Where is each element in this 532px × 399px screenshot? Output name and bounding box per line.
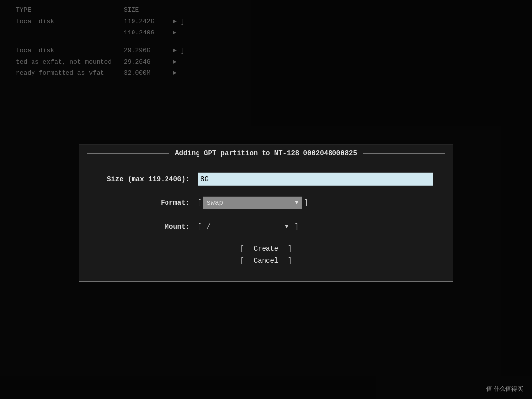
add-partition-dialog: Adding GPT partition to NT-128_000204800… bbox=[79, 145, 453, 282]
size-field-row: Size (max 119.240G): bbox=[99, 173, 433, 186]
format-close-bracket: ] bbox=[304, 199, 308, 207]
create-open-bracket: [ bbox=[240, 245, 244, 253]
cancel-open-bracket: [ bbox=[240, 257, 244, 265]
format-field-row: Format: [ swap ext4 ext3 ext2 btrfs xfs … bbox=[99, 197, 433, 209]
cancel-btn-row: [ Cancel ] bbox=[240, 256, 292, 266]
cancel-close-bracket: ] bbox=[288, 257, 292, 265]
mount-select-container: / /boot /home /var /tmp ▼ bbox=[203, 220, 292, 233]
size-label: Size (max 119.240G): bbox=[99, 175, 198, 183]
mount-field-row: Mount: [ / /boot /home /var /tmp ▼ ] bbox=[99, 220, 433, 233]
format-label: Format: bbox=[99, 199, 198, 207]
mount-select[interactable]: / /boot /home /var /tmp bbox=[203, 220, 292, 233]
dialog-title: Adding GPT partition to NT-128_000204800… bbox=[175, 149, 357, 157]
size-input[interactable] bbox=[198, 173, 433, 186]
mount-label: Mount: bbox=[99, 223, 198, 231]
cancel-button[interactable]: Cancel bbox=[246, 256, 286, 266]
create-btn-row: [ Create ] bbox=[240, 244, 292, 254]
dialog-title-bar: Adding GPT partition to NT-128_000204800… bbox=[79, 145, 453, 161]
format-select-container: swap ext4 ext3 ext2 btrfs xfs fat32 ntfs… bbox=[203, 197, 302, 209]
mount-close-bracket: ] bbox=[294, 223, 298, 231]
mount-open-bracket: [ bbox=[198, 223, 201, 231]
format-open-bracket: [ bbox=[198, 199, 201, 207]
buttons-row: [ Create ] [ Cancel ] bbox=[99, 244, 433, 266]
watermark: 值 什么值得买 bbox=[486, 385, 523, 393]
create-button[interactable]: Create bbox=[246, 244, 286, 254]
dialog-body: Size (max 119.240G): Format: [ swap ext4… bbox=[79, 161, 453, 281]
format-select-wrapper: [ swap ext4 ext3 ext2 btrfs xfs fat32 nt… bbox=[198, 197, 308, 209]
create-close-bracket: ] bbox=[288, 245, 292, 253]
format-select[interactable]: swap ext4 ext3 ext2 btrfs xfs fat32 ntfs bbox=[203, 197, 302, 209]
mount-select-wrapper: [ / /boot /home /var /tmp ▼ ] bbox=[198, 220, 299, 233]
